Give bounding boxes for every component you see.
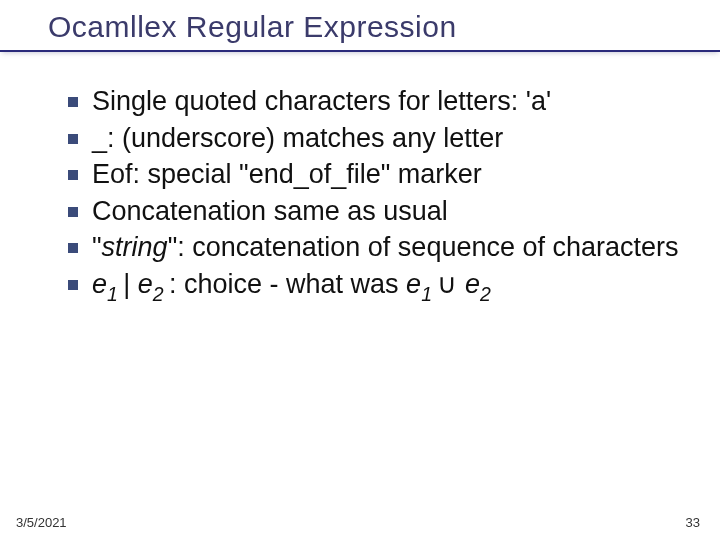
list-item: Concatenation same as usual (68, 194, 680, 229)
list-item: _: (underscore) matches any letter (68, 121, 680, 156)
bullet-text: _: (underscore) matches any letter (92, 121, 503, 156)
slide-content: Single quoted characters for letters: 'a… (0, 56, 720, 305)
bullet-text: Eof: special "end_of_file" marker (92, 157, 482, 192)
footer-page-number: 33 (686, 515, 700, 530)
bullet-text: Single quoted characters for letters: 'a… (92, 84, 551, 119)
square-bullet-icon (68, 243, 78, 253)
slide-footer: 3/5/2021 33 (0, 515, 720, 530)
square-bullet-icon (68, 97, 78, 107)
square-bullet-icon (68, 134, 78, 144)
title-bar: Ocamllex Regular Expression (0, 0, 720, 52)
bullet-text: e1 | e2 : choice - what was e1 ∪ e2 (92, 267, 491, 305)
list-item: e1 | e2 : choice - what was e1 ∪ e2 (68, 267, 680, 305)
square-bullet-icon (68, 170, 78, 180)
footer-date: 3/5/2021 (16, 515, 67, 530)
bullet-text: "string": concatenation of sequence of c… (92, 230, 679, 265)
list-item: Single quoted characters for letters: 'a… (68, 84, 680, 119)
slide-title: Ocamllex Regular Expression (48, 10, 720, 44)
list-item: Eof: special "end_of_file" marker (68, 157, 680, 192)
square-bullet-icon (68, 207, 78, 217)
bullet-text: Concatenation same as usual (92, 194, 448, 229)
square-bullet-icon (68, 280, 78, 290)
list-item: "string": concatenation of sequence of c… (68, 230, 680, 265)
